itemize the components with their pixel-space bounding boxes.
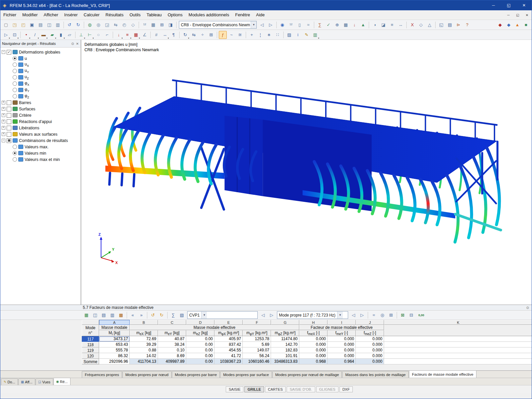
maximize-button[interactable]: ◱ — [501, 0, 516, 10]
zoom-window-icon[interactable]: ◲ — [103, 21, 111, 29]
tree-item-surfaces[interactable]: +Surfaces — [0, 106, 80, 112]
row-header-120[interactable]: 120 — [82, 353, 99, 359]
redo-icon[interactable]: ↻ — [74, 21, 82, 29]
tables-toggle-icon[interactable]: ⊞ — [158, 21, 166, 29]
table-filter-icon[interactable]: ▤ — [100, 311, 108, 319]
result-values-icon[interactable]: ¹² — [287, 21, 295, 29]
view-isometric-icon[interactable]: ◇ — [417, 21, 425, 29]
previous-view-icon[interactable]: ◴ — [120, 21, 128, 29]
loads-display-icon[interactable]: ↓ — [350, 21, 358, 29]
new-window-icon[interactable]: ◱ — [437, 21, 445, 29]
tree-expander-icon[interactable]: − — [2, 50, 5, 54]
tree-item-barres[interactable]: +Barres — [0, 99, 80, 106]
cell-118-C[interactable]: 38.24 — [158, 342, 186, 347]
menu-afficher[interactable]: Afficher — [41, 10, 61, 20]
cell-120-A[interactable]: 86.32 — [99, 353, 130, 359]
cell-117-G[interactable]: 11474.80 — [271, 336, 299, 342]
cell-somme-A[interactable]: 292096.96 — [99, 359, 130, 364]
smooth-ranges-icon[interactable]: ≅ — [236, 31, 244, 39]
tree-item-liberations[interactable]: +Libérations — [0, 125, 80, 131]
checkbox[interactable] — [7, 119, 11, 124]
new-solid-icon[interactable]: ▮▾ — [57, 31, 65, 39]
structural-model[interactable]: Z Y X — [82, 40, 532, 305]
menu-modifier[interactable]: Modifier — [19, 10, 41, 20]
animation-icon[interactable]: ≈ — [304, 21, 312, 29]
tree-item-valeurs-max-et-min[interactable]: Valeurs max et min — [0, 156, 80, 163]
select-icon[interactable]: ▷▾ — [2, 31, 10, 39]
send-model-icon[interactable]: ⊳ — [455, 21, 463, 29]
cell-118-J[interactable]: 0.000 — [356, 342, 384, 347]
chevron-down-icon[interactable]: ▼ — [201, 312, 207, 319]
checkbox[interactable] — [7, 107, 11, 111]
menu-tableau[interactable]: Tableau — [144, 10, 165, 20]
table-tab-masses-dans-les-points-de-maillage[interactable]: Masses dans les points de maillage — [342, 371, 409, 378]
imperfection-icon[interactable]: ∠ — [141, 31, 149, 39]
mdi-minimize-button[interactable]: ─ — [504, 13, 513, 17]
mode-shape-animation-icon[interactable]: ≈ — [370, 311, 378, 319]
radio-button[interactable] — [13, 157, 17, 162]
column-letter-I[interactable]: I — [328, 320, 356, 325]
dimensions-icon[interactable]: ↔▾ — [161, 31, 169, 39]
cell-120-B[interactable]: 14.02 — [130, 353, 158, 359]
table-redo-icon[interactable]: ↻ — [158, 311, 166, 319]
numbering-icon[interactable]: # — [152, 31, 160, 39]
cell-118-F[interactable]: 5.69 — [243, 342, 271, 347]
open-model-icon[interactable]: ◰ — [19, 21, 27, 29]
column-letter-J[interactable]: J — [356, 320, 384, 325]
cell-117-H[interactable]: 0.000 — [299, 336, 328, 342]
column-letter-C[interactable]: C — [158, 320, 186, 325]
result-diagrams-icon[interactable]: ~ — [227, 31, 235, 39]
save-icon[interactable]: ▣ — [28, 21, 36, 29]
tree-item-valeurs-max[interactable]: Valeurs max. — [0, 144, 80, 150]
cell-118-I[interactable]: 0.000 — [328, 342, 356, 347]
table-relations-icon[interactable]: ⊞ — [387, 311, 395, 319]
member-load-icon[interactable]: ≡▾ — [123, 31, 131, 39]
cell-119-H[interactable]: 0.000 — [299, 347, 328, 353]
next-cvp-icon[interactable]: ▷ — [268, 311, 276, 319]
tree-expander-icon[interactable]: + — [2, 101, 5, 104]
fe-mesh-icon[interactable]: ▩ — [342, 21, 350, 29]
open-project-icon[interactable]: ◳ — [11, 21, 19, 29]
decimal-places-icon[interactable]: 0,00 — [416, 311, 427, 319]
color-scale-icon[interactable]: ▥▾ — [311, 31, 319, 39]
tab-resultats[interactable]: ◉Ré... — [54, 378, 70, 385]
cell-119-A[interactable]: 555.78 — [99, 347, 130, 353]
cell-120-E[interactable]: 41.72 — [214, 353, 243, 359]
tree-expander-icon[interactable]: + — [2, 132, 5, 136]
section-icon[interactable]: ◪ — [379, 21, 387, 29]
module-addon-1-icon[interactable]: ◆ — [496, 21, 504, 29]
table-import-icon[interactable]: « — [129, 311, 137, 319]
row-header-119[interactable]: 119 — [82, 347, 99, 353]
cell-somme-J[interactable]: 0.000 — [356, 359, 384, 364]
menu-resultats[interactable]: Résultats — [102, 10, 126, 20]
guidelines-icon[interactable]: ¦ — [256, 31, 264, 39]
cell-120-F[interactable]: 56.24 — [243, 353, 271, 359]
mdi-close-button[interactable]: ✕ — [522, 13, 532, 17]
tree-expander-icon[interactable]: + — [2, 107, 5, 111]
calculate-icon[interactable]: ∑ — [316, 21, 324, 29]
cell-120-I[interactable]: 0.000 — [328, 353, 356, 359]
cell-117-B[interactable]: 72.69 — [130, 336, 158, 342]
column-letter-E[interactable]: E — [214, 320, 243, 325]
help-icon[interactable]: ? — [463, 21, 471, 29]
pin-icon[interactable]: ⊙ — [71, 42, 74, 46]
tree-item-z[interactable]: φZ — [0, 93, 80, 99]
cell-somme-H[interactable]: 0.968 — [299, 359, 328, 364]
mode-combo[interactable]: Mode propre 117 (f : 72.723 Hz) ▼ — [277, 311, 348, 319]
tree-item-uy[interactable]: uY — [0, 68, 80, 74]
chevron-down-icon[interactable]: ▼ — [251, 21, 256, 28]
next-mode-icon[interactable]: ▷ — [358, 311, 366, 319]
tree-item-valeurs-min[interactable]: Valeurs min — [0, 150, 80, 156]
tree-expander-icon[interactable]: − — [2, 139, 5, 142]
pan-icon[interactable]: ⇆ — [112, 21, 120, 29]
checkbox[interactable] — [7, 132, 11, 137]
column-letter-H[interactable]: H — [299, 320, 328, 325]
copy-icon[interactable]: ◫ — [45, 21, 53, 29]
cell-119-D[interactable]: 0.00 — [186, 347, 214, 353]
table-search-icon[interactable]: ◎ — [378, 311, 386, 319]
display-settings-icon[interactable]: ▦ — [149, 21, 157, 29]
cell-somme-D[interactable]: 0.00 — [186, 359, 214, 364]
new-model-icon[interactable]: ▢ — [2, 21, 10, 29]
tree-item-deformations-globales[interactable]: −✓Déformations globales — [0, 49, 80, 55]
panel-legend-icon[interactable]: ▯ — [296, 21, 304, 29]
